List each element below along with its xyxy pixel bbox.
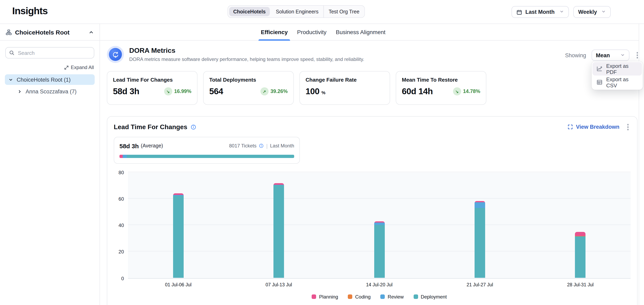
tree-node[interactable]: ChoiceHotels Root (1): [5, 74, 95, 85]
menu-item-export-as-csv[interactable]: Export as CSV: [592, 75, 642, 89]
date-range-value: Last Month: [525, 9, 554, 15]
summary-value: 58d 3h: [120, 142, 139, 149]
segment-planning: [374, 221, 384, 223]
tab-efficiency[interactable]: Efficiency: [260, 24, 289, 40]
expand-all-label: Expand All: [71, 65, 94, 70]
segment-deployment: [173, 196, 184, 278]
chevron-right-icon: [18, 89, 22, 94]
segment-review: [374, 223, 384, 225]
y-tick-label: 20: [118, 249, 124, 255]
chevron-down-icon: [601, 9, 606, 15]
menu-item-export-as-pdf[interactable]: Export as PDF: [592, 62, 642, 75]
metric-card-value: 100: [306, 86, 319, 96]
tab-productivity[interactable]: Productivity: [296, 24, 328, 40]
panel-actions: View Breakdown: [568, 122, 630, 132]
search-icon: [9, 50, 15, 56]
summary-qualifier: (Average): [141, 143, 163, 149]
dora-titles: DORA Metrics DORA metrics measure softwa…: [129, 46, 364, 63]
gridline: [128, 172, 630, 172]
legend-swatch: [312, 295, 316, 299]
trend-value: 39.26%: [270, 88, 288, 94]
org-tab[interactable]: ChoiceHotels: [229, 7, 270, 16]
calendar-icon: [516, 9, 522, 15]
top-header: Insights ChoiceHotelsSolution EngineersT…: [0, 0, 644, 24]
legend-item-review[interactable]: Review: [380, 294, 404, 300]
org-tab[interactable]: Test Org Tree: [324, 6, 364, 17]
trend-arrow-icon: ↘: [453, 87, 461, 95]
metric-card: Lead Time For Changes58d 3h↘16.99%: [107, 71, 198, 105]
tickets-count: 8017 Tickets: [229, 143, 256, 149]
chart-legend: PlanningCodingReviewDeployment: [128, 294, 630, 300]
info-icon[interactable]: [190, 124, 196, 130]
info-icon[interactable]: [259, 143, 264, 148]
summary-period: Last Month: [270, 143, 294, 149]
stacked-bar-14-jul-20-jul[interactable]: [374, 221, 384, 278]
lead-time-chart: 020406080 01 Jul-06 Jul07 Jul-13 Jul14 J…: [114, 172, 630, 300]
x-tick-label: 28 Jul-31 Jul: [530, 282, 630, 287]
aggregation-value: Mean: [596, 52, 610, 58]
segment-deployment: [474, 208, 485, 278]
date-range-select[interactable]: Last Month: [512, 6, 569, 18]
phase-segment-deployment: [127, 155, 294, 158]
dora-controls: Showing Mean: [565, 49, 640, 61]
expand-all-button[interactable]: Expand All: [6, 65, 94, 70]
stacked-bar-01-jul-06-jul[interactable]: [173, 194, 184, 278]
dora-metric-cards: Lead Time For Changes58d 3h↘16.99%Total …: [107, 71, 644, 105]
legend-swatch: [348, 295, 352, 299]
y-tick-label: 80: [118, 170, 124, 175]
legend-item-planning[interactable]: Planning: [312, 294, 338, 300]
collapse-chevron-up-icon[interactable]: [88, 29, 94, 35]
legend-label: Review: [388, 294, 404, 300]
tree-node-label: Anna Scozzafava (7): [26, 88, 76, 94]
metric-card: Total Deployments564↗39.26%: [203, 71, 294, 105]
metric-card-value: 60d 14h: [402, 86, 433, 96]
sidebar-header: ChoiceHotels Root: [0, 24, 100, 41]
stacked-bar-21-jul-27-jul[interactable]: [474, 201, 485, 278]
segment-deployment: [274, 185, 284, 278]
legend-label: Coding: [355, 294, 370, 300]
trend-badge: ↗39.26%: [260, 87, 288, 95]
view-breakdown-label: View Breakdown: [576, 124, 620, 130]
legend-item-coding[interactable]: Coding: [348, 294, 370, 300]
granularity-value: Weekly: [578, 9, 597, 15]
chevron-down-icon: [8, 77, 13, 82]
trend-value: 14.78%: [463, 88, 480, 94]
tab-business-alignment[interactable]: Business Alignment: [334, 24, 386, 40]
dora-icon-ring: [107, 46, 124, 63]
summary-top-row: 58d 3h (Average) 8017 Tickets | Last Mon…: [120, 142, 294, 149]
sidebar-search: [5, 47, 94, 58]
summary-meta: 8017 Tickets | Last Month: [229, 143, 294, 149]
metric-card-title: Change Failure Rate: [306, 77, 384, 83]
x-tick-label: 07 Jul-13 Jul: [228, 282, 329, 287]
org-tab[interactable]: Solution Engineers: [271, 6, 324, 17]
stacked-bar-28-jul-31-jul[interactable]: [575, 232, 586, 278]
aggregation-select[interactable]: Mean: [592, 49, 629, 61]
tree-node[interactable]: Anna Scozzafava (7): [5, 86, 95, 97]
panel-more-menu-button[interactable]: [625, 122, 630, 132]
y-tick-label: 0: [121, 276, 124, 281]
dora-more-menu-button[interactable]: [634, 50, 640, 60]
chart-y-axis: 020406080: [114, 172, 128, 279]
search-input[interactable]: [5, 47, 94, 58]
tree-node-label: ChoiceHotels Root (1): [17, 76, 71, 83]
dora-cycle-icon: [109, 48, 122, 61]
x-tick-label: 01 Jul-06 Jul: [128, 282, 228, 287]
y-tick-label: 40: [118, 223, 124, 228]
y-tick-label: 60: [118, 196, 124, 202]
view-breakdown-button[interactable]: View Breakdown: [568, 124, 620, 130]
page-title: Insights: [12, 5, 48, 17]
granularity-select[interactable]: Weekly: [573, 6, 611, 18]
bar-slot: [228, 172, 329, 278]
main-content: EfficiencyProductivityBusiness Alignment…: [100, 24, 644, 305]
value-suffix: %: [322, 90, 326, 95]
legend-label: Deployment: [421, 294, 447, 300]
org-tree: ChoiceHotels Root (1)Anna Scozzafava (7): [5, 74, 95, 97]
org-tree-icon: [6, 29, 12, 35]
chevron-down-icon: [560, 9, 564, 15]
metric-card-title: Lead Time For Changes: [113, 77, 191, 83]
stacked-bar-07-jul-13-jul[interactable]: [274, 183, 284, 278]
segment-planning: [575, 232, 586, 236]
bars-layer: [128, 172, 630, 278]
legend-item-deployment[interactable]: Deployment: [414, 294, 447, 300]
phase-segment-review: [123, 155, 127, 158]
